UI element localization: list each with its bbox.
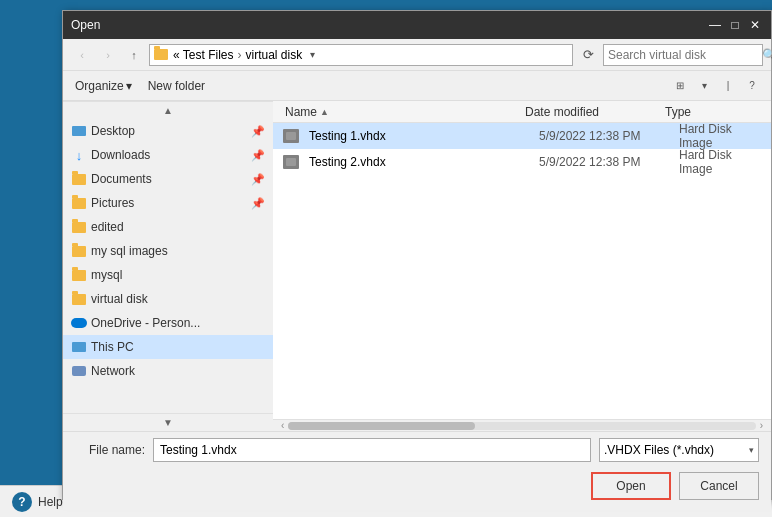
pin-icon-documents: 📌: [251, 173, 265, 186]
back-icon: ‹: [80, 49, 84, 61]
mysqlimages-folder-icon: [71, 243, 87, 259]
view-controls: ⊞ ▾ | ?: [669, 75, 763, 97]
nav-tree-container: ▲ Desktop 📌 ↓ Downloads 📌: [63, 101, 273, 431]
dialog-title-bar: Open — □ ✕: [63, 11, 771, 39]
dialog-body: ▲ Desktop 📌 ↓ Downloads 📌: [63, 101, 771, 431]
nav-item-documents[interactable]: Documents 📌: [63, 167, 273, 191]
nav-label-mysql: mysql: [91, 268, 122, 282]
back-button[interactable]: ‹: [71, 44, 93, 66]
path-folder-icon: [154, 49, 168, 60]
help-dialog-button[interactable]: ?: [741, 75, 763, 97]
nav-label-thispc: This PC: [91, 340, 134, 354]
view-thumbnails-button[interactable]: ⊞: [669, 75, 691, 97]
refresh-button[interactable]: ⟳: [577, 44, 599, 66]
path-bar[interactable]: « Test Files › virtual disk ▾: [149, 44, 573, 66]
desktop-icon: [71, 123, 87, 139]
search-input[interactable]: [608, 48, 758, 62]
file-date-0: 5/9/2022 12:38 PM: [535, 129, 675, 143]
forward-button[interactable]: ›: [97, 44, 119, 66]
thispc-icon: [71, 339, 87, 355]
dialog-title: Open: [71, 18, 100, 32]
filename-label: File name:: [75, 443, 145, 457]
new-folder-button[interactable]: New folder: [144, 75, 209, 97]
organize-button[interactable]: Organize ▾: [71, 75, 136, 97]
view-dropdown-button[interactable]: ▾: [693, 75, 715, 97]
help-label: Help: [38, 495, 63, 509]
scroll-up-arrow[interactable]: ▲: [63, 101, 273, 119]
file-type-0: Hard Disk Image: [675, 123, 763, 150]
virtualdisk-folder-icon: [71, 291, 87, 307]
nav-label-edited: edited: [91, 220, 124, 234]
edited-folder-icon: [71, 219, 87, 235]
file-row-1[interactable]: Testing 2.vhdx 5/9/2022 12:38 PM Hard Di…: [273, 149, 771, 175]
filetype-select[interactable]: .VHDX Files (*.vhdx) ▾: [599, 438, 759, 462]
nav-label-pictures: Pictures: [91, 196, 134, 210]
file-icon-0: [281, 128, 301, 144]
file-type-1: Hard Disk Image: [675, 148, 763, 176]
forward-icon: ›: [106, 49, 110, 61]
view-details-button[interactable]: |: [717, 75, 739, 97]
file-name-0: Testing 1.vhdx: [305, 129, 535, 143]
nav-label-virtualdisk: virtual disk: [91, 292, 148, 306]
nav-item-mysql[interactable]: mysql: [63, 263, 273, 287]
path-separator: ›: [237, 48, 241, 62]
new-folder-label: New folder: [148, 79, 205, 93]
col-header-name[interactable]: Name ▲: [281, 101, 521, 123]
col-header-date[interactable]: Date modified: [521, 101, 661, 123]
dialog-form: File name: .VHDX Files (*.vhdx) ▾ Open C…: [63, 431, 771, 510]
path-dropdown-button[interactable]: ▾: [304, 44, 320, 66]
up-button[interactable]: ↑: [123, 44, 145, 66]
close-button[interactable]: ✕: [747, 17, 763, 33]
nav-item-desktop[interactable]: Desktop 📌: [63, 119, 273, 143]
file-icon-1: [281, 154, 301, 170]
mysql-folder-icon: [71, 267, 87, 283]
downloads-icon: ↓: [71, 147, 87, 163]
up-icon: ↑: [131, 49, 137, 61]
filename-row: File name: .VHDX Files (*.vhdx) ▾: [75, 438, 759, 462]
organize-label: Organize: [75, 79, 124, 93]
window-controls: — □ ✕: [707, 17, 763, 33]
horizontal-scrollbar[interactable]: [288, 422, 755, 430]
open-button[interactable]: Open: [591, 472, 671, 500]
nav-item-network[interactable]: Network: [63, 359, 273, 383]
nav-item-thispc[interactable]: This PC: [63, 335, 273, 359]
nav-label-documents: Documents: [91, 172, 152, 186]
nav-item-pictures[interactable]: Pictures 📌: [63, 191, 273, 215]
nav-item-mysqlimages[interactable]: my sql images: [63, 239, 273, 263]
col-date-label: Date modified: [525, 105, 599, 119]
file-name-1: Testing 2.vhdx: [305, 155, 535, 169]
pin-icon-pictures: 📌: [251, 197, 265, 210]
nav-tree: Desktop 📌 ↓ Downloads 📌 Documents 📌: [63, 119, 273, 413]
filetype-label: .VHDX Files (*.vhdx): [604, 443, 714, 457]
nav-item-onedrive[interactable]: OneDrive - Person...: [63, 311, 273, 335]
path-part1: « Test Files: [173, 48, 233, 62]
path-part2: virtual disk: [245, 48, 302, 62]
file-row-0[interactable]: Testing 1.vhdx 5/9/2022 12:38 PM Hard Di…: [273, 123, 771, 149]
file-list: Name ▲ Date modified Type: [273, 101, 771, 431]
nav-label-mysqlimages: my sql images: [91, 244, 168, 258]
minimize-button[interactable]: —: [707, 17, 723, 33]
network-icon: [71, 363, 87, 379]
nav-item-downloads[interactable]: ↓ Downloads 📌: [63, 143, 273, 167]
scrollbar-thumb: [288, 422, 475, 430]
search-box[interactable]: 🔍: [603, 44, 763, 66]
cancel-button[interactable]: Cancel: [679, 472, 759, 500]
organize-arrow-icon: ▾: [126, 79, 132, 93]
nav-label-downloads: Downloads: [91, 148, 150, 162]
col-name-label: Name: [285, 105, 317, 119]
maximize-button[interactable]: □: [727, 17, 743, 33]
form-actions: Open Cancel: [75, 468, 759, 504]
col-header-type[interactable]: Type: [661, 101, 763, 123]
scroll-down-arrow[interactable]: ▼: [63, 413, 273, 431]
filename-input[interactable]: [153, 438, 591, 462]
help-button[interactable]: ? Help: [12, 492, 63, 512]
file-rows: Testing 1.vhdx 5/9/2022 12:38 PM Hard Di…: [273, 123, 771, 419]
file-list-header: Name ▲ Date modified Type: [273, 101, 771, 123]
pictures-icon: [71, 195, 87, 211]
nav-item-virtualdisk[interactable]: virtual disk: [63, 287, 273, 311]
nav-label-onedrive: OneDrive - Person...: [91, 316, 200, 330]
sort-arrow-name: ▲: [320, 107, 329, 117]
nav-toolbar: ‹ › ↑ « Test Files › virtual disk ▾ ⟳ 🔍: [63, 39, 771, 71]
scroll-area: ‹ ›: [273, 419, 771, 431]
nav-item-edited[interactable]: edited: [63, 215, 273, 239]
